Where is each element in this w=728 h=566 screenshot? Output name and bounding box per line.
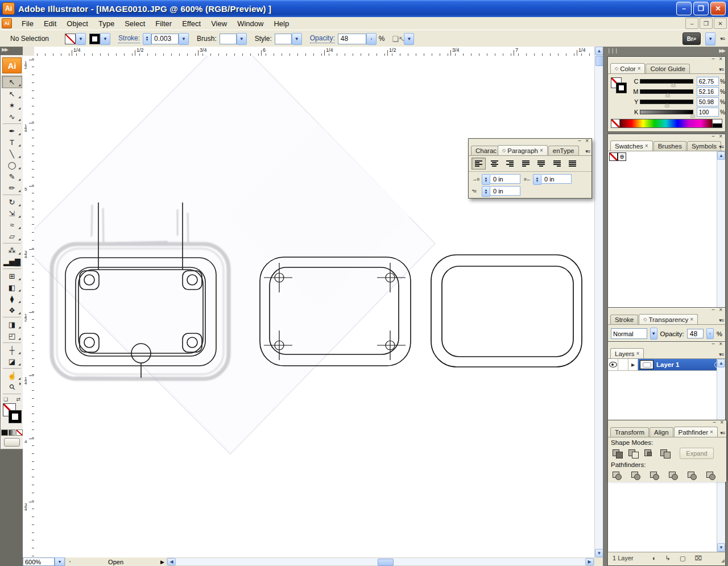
panel-flyout-icon[interactable]: ▾≡ [719,67,723,72]
align-right-button[interactable] [503,158,517,170]
tab-paragraph[interactable]: ◇Paragraph× [498,145,548,155]
brush-field[interactable] [220,34,237,44]
stroke-black-swatch[interactable] [616,82,627,93]
scroll-up-icon[interactable]: ▲ [717,151,725,160]
left-indent-stepper[interactable]: ▲▼ [482,174,490,185]
toolbox-collapse-icon[interactable]: ▶▶ [0,47,23,55]
add-to-shape-area-button[interactable] [613,449,622,458]
eyedropper-tool[interactable]: ⧫◢ [2,293,22,304]
mesh-tool[interactable]: ⊞◢ [2,270,22,282]
symbol-sprayer-tool[interactable]: ⁂◢ [2,245,22,256]
slider-thumb[interactable] [665,104,669,107]
brush-dropdown-icon[interactable]: ▼ [237,33,247,45]
palette-flyout-icon[interactable]: ▾≡ [585,148,590,154]
transparency-opacity-popup-icon[interactable]: › [706,328,714,339]
channel-slider[interactable] [640,89,693,94]
spectrum-white-black[interactable] [712,119,722,127]
resize-grip[interactable]: ◢ [721,558,724,563]
gradient-button[interactable] [9,429,15,436]
scroll-up-icon[interactable]: ▲ [595,47,603,55]
canvas[interactable] [34,56,594,557]
menu-help[interactable]: Help [268,18,294,29]
tab-transform[interactable]: Transform [610,427,649,437]
palette-minimize-icon[interactable]: − [578,138,581,144]
style-field[interactable] [275,34,292,44]
control-bar-menu-icon[interactable]: ▾≡ [720,36,725,42]
color-panel-fill-stroke[interactable] [611,77,628,94]
transparency-opacity-field[interactable]: 48 [687,329,704,338]
tab-color[interactable]: ◇Color× [610,63,645,73]
horizontal-scroll-thumb[interactable] [378,559,394,566]
outline-button[interactable] [688,472,697,480]
justify-last-left-button[interactable] [519,158,533,170]
panel-minimize-icon[interactable]: − [712,133,715,139]
scroll-up-icon[interactable]: ▲ [717,359,725,367]
channel-value-field[interactable]: 50.98 [697,97,719,106]
right-indent-stepper[interactable]: ▲▼ [533,174,541,185]
panel-minimize-icon[interactable]: − [712,307,715,313]
opacity-link[interactable]: Opacity: [310,34,335,43]
zoom-dropdown-icon[interactable]: ▼ [55,557,65,566]
dock-grip[interactable]: ❘❘❘ [607,48,618,53]
panel-minimize-icon[interactable]: − [712,341,715,347]
panel-close-icon[interactable]: × [719,307,722,313]
live-paint-bucket-tool[interactable]: ◨◢ [2,319,22,330]
ai-logo[interactable]: Ai [2,57,22,73]
tab-align[interactable]: Align [650,427,673,437]
selection-tool[interactable]: ↖◢ [2,76,22,88]
ellipse-tool[interactable]: ◯◢ [2,159,22,171]
channel-slider[interactable] [640,100,693,104]
stroke-weight-field[interactable]: 0.003 [151,34,179,44]
opacity-popup-icon[interactable]: › [366,33,377,45]
scroll-down-icon[interactable]: ▼ [595,549,603,557]
dock-collapse-icon[interactable]: ▶▶ [719,48,725,53]
layer-name[interactable]: Layer 1 [656,361,679,368]
layer-expand-icon[interactable]: ▶ [628,359,638,370]
tab-transparency[interactable]: ◇Transparency× [639,314,698,324]
vertical-scrollbar[interactable]: ▲ ▼ [594,47,603,557]
justify-last-center-button[interactable] [534,158,548,170]
fill-dropdown-icon[interactable]: ▼ [76,33,86,45]
stroke-proxy[interactable] [9,410,22,423]
direct-selection-tool[interactable]: ↖◢ [2,88,22,100]
stroke-color-swatch[interactable] [89,34,100,44]
live-paint-selection-tool[interactable]: ◰◢ [2,330,22,341]
column-graph-tool[interactable]: ▂▅▇◢ [2,256,22,267]
spectrum-rainbow[interactable] [620,119,712,127]
bridge-dropdown-icon[interactable]: ▼ [705,32,715,46]
spectrum-none-swatch[interactable] [611,119,620,127]
panel-flyout-icon[interactable]: ▾≡ [720,430,725,436]
select-similar-icon[interactable]: ❏↖ [392,34,404,44]
warp-tool[interactable]: ≈◢ [2,219,22,230]
select-similar-dropdown-icon[interactable]: ▼ [404,33,414,45]
swap-fill-stroke-icon[interactable]: ⇄ [16,396,20,402]
scroll-left-icon[interactable]: ◀ [167,558,176,565]
horizontal-scrollbar[interactable]: ◀ ▶ [167,557,594,566]
go-to-bridge-button[interactable]: Br⌕ [682,32,701,45]
create-new-layer-icon[interactable]: ▢ [680,555,685,562]
crop-tool[interactable]: ┼◢ [2,344,22,356]
minimize-button[interactable]: – [676,2,692,15]
menu-edit[interactable]: Edit [39,18,61,29]
ruler-origin-corner[interactable] [23,47,35,56]
blend-tool[interactable]: ❖◢ [2,304,22,316]
stroke-dropdown-icon[interactable]: ▼ [100,33,110,45]
slider-thumb[interactable] [690,114,695,117]
channel-value-field[interactable]: 62.75 [697,77,719,86]
align-left-button[interactable] [471,158,486,170]
panel-minimize-icon[interactable]: − [712,56,715,62]
tab-color-guide[interactable]: Color Guide [646,64,689,73]
intersect-shape-areas-button[interactable] [644,449,654,458]
menu-select[interactable]: Select [119,18,150,29]
registration-swatch[interactable]: ⊕ [618,152,626,161]
doc-minimize-button[interactable]: – [685,18,698,29]
tab-layers[interactable]: Layers× [610,348,644,358]
type-tool[interactable]: T◢ [2,137,22,148]
tab-symbols[interactable]: Symbols [687,141,721,151]
pencil-tool[interactable]: ✏◢ [2,182,22,193]
make-clipping-mask-icon[interactable]: ◐ [652,555,656,561]
blend-mode-dropdown-icon[interactable]: ▼ [650,328,657,340]
subtract-from-shape-area-button[interactable] [628,449,638,458]
menu-window[interactable]: Window [232,18,268,29]
blend-mode-select[interactable]: Normal [611,328,647,339]
